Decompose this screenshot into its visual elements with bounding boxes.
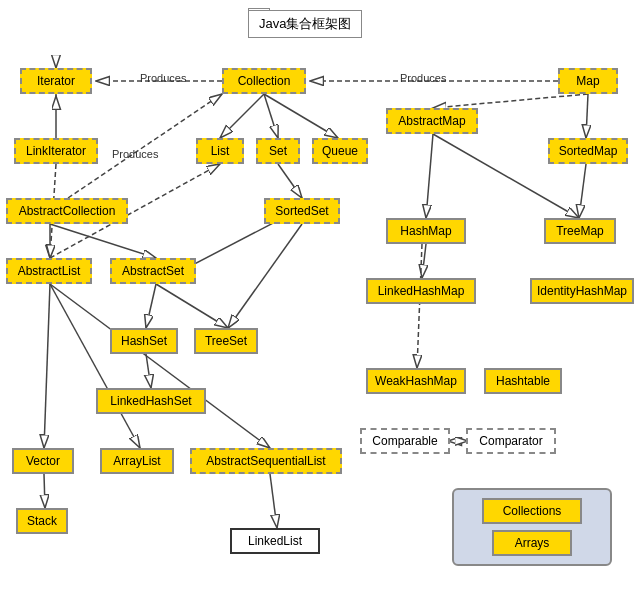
svg-line-25 (50, 284, 140, 448)
node-collection: Collection (222, 68, 306, 94)
legend-box: Collections Arrays (452, 488, 612, 566)
svg-line-14 (278, 164, 302, 198)
svg-line-8 (586, 94, 588, 138)
svg-line-16 (426, 134, 433, 218)
node-abstractset: AbstractSet (110, 258, 196, 284)
node-arraylist: ArrayList (100, 448, 174, 474)
diagram-container: Produces Produces Produces Iterator Coll… (0, 0, 643, 611)
produces-label-2: Produces (400, 72, 446, 84)
svg-line-27 (44, 474, 45, 508)
svg-line-10 (50, 224, 156, 258)
node-queue: Queue (312, 138, 368, 164)
node-linkedhashset: LinkedHashSet (96, 388, 206, 414)
node-comparator: Comparator (466, 428, 556, 454)
node-abstractlist: AbstractList (6, 258, 92, 284)
node-identityhashmap: IdentityHashMap (530, 278, 634, 304)
node-abstractsequentiallist: AbstractSequentialList (190, 448, 342, 474)
node-iterator: Iterator (20, 68, 92, 94)
node-sortedset: SortedSet (264, 198, 340, 224)
svg-line-24 (44, 284, 50, 448)
legend-arrays: Arrays (492, 530, 572, 556)
svg-line-20 (146, 284, 156, 328)
node-abstractmap: AbstractMap (386, 108, 478, 134)
legend-collections: Collections (482, 498, 582, 524)
node-stack: Stack (16, 508, 68, 534)
produces-label-1: Produces (140, 72, 186, 84)
node-linkedhashmap: LinkedHashMap (366, 278, 476, 304)
node-weakhashmap: WeakHashMap (366, 368, 466, 394)
node-comparable: Comparable (360, 428, 450, 454)
node-abstractcollection: AbstractCollection (6, 198, 128, 224)
svg-line-21 (156, 284, 228, 328)
svg-line-18 (579, 164, 586, 218)
svg-line-19 (422, 244, 426, 278)
node-map: Map (558, 68, 618, 94)
svg-line-5 (264, 94, 278, 138)
node-hashtable: Hashtable (484, 368, 562, 394)
svg-line-22 (228, 224, 302, 328)
svg-line-23 (146, 354, 151, 388)
svg-line-26 (50, 284, 270, 448)
title: Java集合框架图 (248, 10, 362, 38)
node-sortedmap: SortedMap (548, 138, 628, 164)
svg-line-4 (220, 94, 264, 138)
node-treemap: TreeMap (544, 218, 616, 244)
node-hashmap: HashMap (386, 218, 466, 244)
node-hashset: HashSet (110, 328, 178, 354)
node-list: List (196, 138, 244, 164)
node-linkedlist: LinkedList (230, 528, 320, 554)
svg-line-28 (270, 474, 277, 528)
node-linkiterator: LinkIterator (14, 138, 98, 164)
svg-line-6 (264, 94, 338, 138)
produces-label-3: Produces (112, 148, 158, 160)
node-treeset: TreeSet (194, 328, 258, 354)
node-vector: Vector (12, 448, 74, 474)
node-set: Set (256, 138, 300, 164)
svg-line-7 (433, 94, 588, 108)
svg-line-30 (417, 244, 422, 368)
